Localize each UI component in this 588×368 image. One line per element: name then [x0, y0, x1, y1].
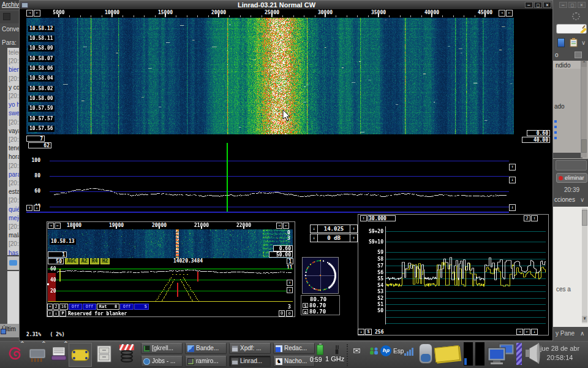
mail-column-header[interactable]: ndido: [556, 62, 570, 69]
scrollbar-thumb[interactable]: [582, 210, 587, 226]
delete-button[interactable]: eliminar: [556, 173, 587, 183]
notes-icon[interactable]: [434, 345, 460, 362]
file-cabinet-icon[interactable]: [97, 345, 111, 362]
smeter-right-button[interactable]: →: [516, 329, 523, 335]
pane-scrollbar[interactable]: ∨: [582, 208, 587, 323]
chevron-down-icon[interactable]: ∨: [581, 39, 586, 46]
main-spectrum[interactable]: [50, 153, 509, 212]
scroll-up-icon[interactable]: ^: [581, 61, 587, 67]
bb-shift-right-button[interactable]: →: [48, 223, 54, 229]
close-button[interactable]: ×: [578, 2, 586, 8]
gkrellm-meter[interactable]: [475, 342, 484, 366]
shift-down-button[interactable]: ↓: [509, 204, 516, 211]
blanker-p-button[interactable]: P: [59, 310, 66, 316]
freq-down-button[interactable]: ↓: [311, 225, 318, 232]
agc-a2-button[interactable]: A2: [80, 258, 89, 264]
taskbar-task-jobs[interactable]: Jobs - ...: [141, 356, 183, 367]
smeter-down-button[interactable]: ↓: [531, 329, 538, 335]
chevron-down-icon[interactable]: ∨: [580, 196, 584, 203]
linrad-titlebar[interactable]: Linrad-03.21 Normal CW − □ ×: [20, 1, 552, 9]
jar-monitor-icon[interactable]: [419, 343, 432, 364]
waterfall-zero-db-box[interactable]: 0.60: [527, 130, 550, 136]
bb-fft-box[interactable]: 50: [48, 258, 64, 264]
bb-shift-right-button[interactable]: →: [276, 223, 282, 229]
debian-menu-icon[interactable]: [6, 345, 24, 364]
bb-right-box[interactable]: 1: [287, 258, 293, 264]
agc-r4-button[interactable]: R4: [90, 258, 99, 264]
mail-list[interactable]: ndido ado ^: [553, 61, 588, 159]
network-monitors-icon[interactable]: [487, 343, 515, 366]
keyboard-layout[interactable]: Esp: [393, 348, 404, 355]
smeter-avg-box[interactable]: 2: [524, 215, 530, 221]
smeter-left-button[interactable]: ←: [524, 329, 530, 335]
view-grid-icon[interactable]: [575, 52, 582, 58]
chat-bubble-icon[interactable]: [9, 260, 17, 266]
agc-h2-button[interactable]: H2: [100, 258, 110, 264]
zigzag-applet-icon[interactable]: [516, 343, 522, 365]
clipboard-icon[interactable]: [570, 38, 578, 47]
waterfall-range-db-box[interactable]: 40.00: [522, 137, 550, 143]
phase-scope[interactable]: [303, 258, 338, 293]
maximize-button[interactable]: □: [534, 2, 542, 8]
ctrl-off-button[interactable]: Off: [83, 304, 96, 310]
gain-spinner[interactable]: ↓ 0 dB ↑: [310, 234, 358, 242]
battery-icon[interactable]: [317, 345, 323, 355]
spectrum-up-button[interactable]: ↑: [26, 205, 32, 211]
ctrl-rat-button[interactable]: Rat 8: [97, 304, 119, 310]
bb-zero-db-box[interactable]: 0.60: [273, 245, 293, 251]
smeter-down-button[interactable]: ↓: [358, 329, 364, 335]
printer-icon[interactable]: [50, 346, 67, 362]
ctrl-off-button[interactable]: Off: [120, 304, 134, 310]
ctrl-2-button[interactable]: 2: [53, 304, 59, 310]
gain-down-button[interactable]: ↓: [509, 177, 516, 183]
close-button[interactable]: ×: [543, 2, 551, 8]
taskbar-task-bande[interactable]: Bande...: [185, 343, 227, 354]
waterfall-avg-box[interactable]: 62: [28, 142, 51, 148]
get-mail-icon[interactable]: [557, 38, 565, 47]
ctrl-5-button[interactable]: 5: [134, 304, 149, 310]
scrollbar-thumb[interactable]: [581, 139, 587, 153]
jack-in-the-box-icon[interactable]: [118, 344, 136, 364]
actions-dropdown[interactable]: cciones: [554, 196, 575, 203]
ctrl-16-button[interactable]: 16: [59, 304, 68, 310]
scale-shift-right-button[interactable]: →: [26, 10, 33, 17]
bb-shift-left-button[interactable]: ←: [55, 223, 61, 229]
selected-row[interactable]: [553, 153, 582, 158]
bb-up-button[interactable]: ↑: [287, 280, 293, 286]
mail-notify-icon[interactable]: ✉: [353, 346, 361, 356]
mail-list-scrollbar[interactable]: ^: [581, 61, 587, 158]
smeter-mode-button[interactable]: S: [365, 329, 372, 335]
ctrl-plus-button[interactable]: +: [47, 304, 53, 310]
smeter-up-button[interactable]: ↑: [531, 215, 538, 221]
bb-down-button[interactable]: ↓: [287, 287, 293, 293]
today-pane-label[interactable]: y Pane: [556, 330, 575, 337]
signal-bars-icon[interactable]: [404, 347, 414, 356]
mail-list-item[interactable]: ado: [554, 103, 565, 110]
mail-reading-pane[interactable]: ces a ∨: [553, 207, 588, 327]
blanker-zero-button[interactable]: 0: [279, 310, 285, 316]
minimize-button[interactable]: −: [559, 2, 567, 8]
scale-shift-left-button[interactable]: ←: [506, 10, 513, 17]
blanker-down-button[interactable]: ↓: [53, 310, 59, 316]
minimize-button[interactable]: −: [525, 2, 533, 8]
chat-mini-icon[interactable]: [1, 329, 6, 334]
cpu-chip-icon[interactable]: [28, 347, 47, 363]
taskbar-task-redac[interactable]: Redac...: [273, 343, 315, 354]
bb-rows-box[interactable]: 1: [48, 251, 67, 258]
clock-applet[interactable]: jue 28 de abr 20:58:14: [533, 344, 587, 362]
baseband-waterfall[interactable]: [48, 229, 293, 258]
coherence-s-button[interactable]: S: [303, 303, 308, 308]
main-waterfall[interactable]: [26, 18, 514, 134]
buddy-icon[interactable]: [3, 13, 10, 20]
maximize-button[interactable]: □: [568, 2, 576, 8]
hp-icon[interactable]: hp: [380, 345, 391, 356]
agc-button[interactable]: AGC: [65, 258, 78, 264]
gain-up-button[interactable]: ↑: [509, 164, 516, 171]
waterfall-rows-box[interactable]: 7: [26, 136, 45, 142]
chat-tab[interactable]: Conve: [2, 26, 20, 33]
baseband-spectrum[interactable]: [48, 266, 293, 304]
taskbar-task-xpdf[interactable]: Xpdf: ...: [229, 343, 271, 354]
smeter-scale-box[interactable]: 30.000: [368, 215, 396, 221]
bb-range-db-box[interactable]: 50.00: [269, 251, 293, 258]
blanker-up-button[interactable]: ↑: [47, 310, 53, 316]
